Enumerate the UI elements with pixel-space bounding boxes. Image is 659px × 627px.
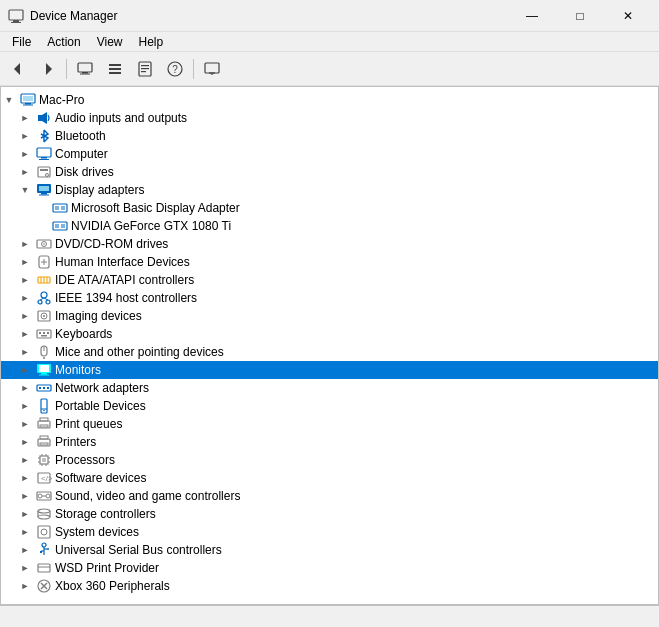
tree-item-20[interactable]: ► Storage controllers <box>1 505 658 523</box>
tree-item-23[interactable]: ► WSD Print Provider <box>1 559 658 577</box>
tree-item-15[interactable]: ► Print queues <box>1 415 658 433</box>
node-icon-6 <box>36 254 52 270</box>
tree-item-13[interactable]: ► Network adapters <box>1 379 658 397</box>
expand-btn-12[interactable]: ► <box>17 362 33 378</box>
monitor-button[interactable] <box>198 55 226 83</box>
tree-item-4[interactable]: ▼ Display adapters <box>1 181 658 199</box>
maximize-button[interactable]: □ <box>557 0 603 32</box>
tree-item-5[interactable]: ► DVD/CD-ROM drives <box>1 235 658 253</box>
close-button[interactable]: ✕ <box>605 0 651 32</box>
node-label-5: DVD/CD-ROM drives <box>55 235 168 253</box>
expand-btn-7[interactable]: ► <box>17 272 33 288</box>
list-view-button[interactable] <box>101 55 129 83</box>
expand-btn-9[interactable]: ► <box>17 308 33 324</box>
tree-item-12[interactable]: ► Monitors <box>1 361 658 379</box>
tree-item-10[interactable]: ► Keyboards <box>1 325 658 343</box>
tree-item-8[interactable]: ► IEEE 1394 host controllers <box>1 289 658 307</box>
tree-item-7[interactable]: ► IDE ATA/ATAPI controllers <box>1 271 658 289</box>
node-label-16: Printers <box>55 433 96 451</box>
tree-item-16[interactable]: ► Printers <box>1 433 658 451</box>
svg-rect-26 <box>37 148 51 157</box>
expand-btn-14[interactable]: ► <box>17 398 33 414</box>
tree-item-11[interactable]: ► Mice and other pointing devices <box>1 343 658 361</box>
svg-point-31 <box>46 174 49 177</box>
menu-file[interactable]: File <box>4 33 39 51</box>
window-title: Device Manager <box>30 9 509 23</box>
expand-btn-16[interactable]: ► <box>17 434 33 450</box>
svg-marker-4 <box>46 63 52 75</box>
node-icon-0 <box>36 110 52 126</box>
help-button[interactable]: ? <box>161 55 189 83</box>
svg-rect-27 <box>41 157 47 159</box>
node-icon-24 <box>36 578 52 594</box>
tree-item-24[interactable]: ► Xbox 360 Peripherals <box>1 577 658 595</box>
expand-btn-2[interactable]: ► <box>17 146 33 162</box>
tree-item-2[interactable]: ► Computer <box>1 145 658 163</box>
tree-item-1[interactable]: ► Bluetooth <box>1 127 658 145</box>
title-bar: Device Manager — □ ✕ <box>0 0 659 32</box>
svg-rect-35 <box>39 195 49 196</box>
expand-btn-8[interactable]: ► <box>17 290 33 306</box>
expand-btn-10[interactable]: ► <box>17 326 33 342</box>
menu-help[interactable]: Help <box>131 33 172 51</box>
toolbar-sep-2 <box>193 59 194 79</box>
tree-item-3[interactable]: ► Disk drives <box>1 163 658 181</box>
svg-rect-22 <box>25 103 31 105</box>
forward-button[interactable] <box>34 55 62 83</box>
svg-rect-33 <box>39 186 49 191</box>
svg-rect-17 <box>205 63 219 73</box>
node-icon-22 <box>36 542 52 558</box>
expand-btn-19[interactable]: ► <box>17 488 33 504</box>
tree-item-9[interactable]: ► Imaging devices <box>1 307 658 325</box>
node-icon-3 <box>36 164 52 180</box>
device-tree[interactable]: ▼ Mac-Pro ► Audio inputs and outputs ► B… <box>1 87 658 604</box>
svg-marker-25 <box>42 112 47 124</box>
expand-btn-24[interactable]: ► <box>17 578 33 594</box>
tree-item-22[interactable]: ► Universal Serial Bus controllers <box>1 541 658 559</box>
svg-point-101 <box>38 509 50 513</box>
expand-btn-13[interactable]: ► <box>17 380 33 396</box>
tree-item-21[interactable]: ► System devices <box>1 523 658 541</box>
svg-point-44 <box>43 243 45 245</box>
minimize-button[interactable]: — <box>509 0 555 32</box>
node-label-2: Computer <box>55 145 108 163</box>
expand-btn-22[interactable]: ► <box>17 542 33 558</box>
svg-rect-8 <box>109 64 121 66</box>
expand-btn-21[interactable]: ► <box>17 524 33 540</box>
tree-item-14[interactable]: ► Portable Devices <box>1 397 658 415</box>
svg-rect-69 <box>39 366 49 372</box>
tree-item-6[interactable]: ► Human Interface Devices <box>1 253 658 271</box>
tree-subitem-4-0[interactable]: Microsoft Basic Display Adapter <box>1 199 658 217</box>
expand-btn-15[interactable]: ► <box>17 416 33 432</box>
expand-btn-1[interactable]: ► <box>17 128 33 144</box>
svg-rect-23 <box>23 105 33 106</box>
expand-btn-0[interactable]: ► <box>17 110 33 126</box>
menu-view[interactable]: View <box>89 33 131 51</box>
menu-bar: File Action View Help <box>0 32 659 52</box>
expand-btn-18[interactable]: ► <box>17 470 33 486</box>
tree-root[interactable]: ▼ Mac-Pro <box>1 91 658 109</box>
tree-subitem-4-1[interactable]: NVIDIA GeForce GTX 1080 Ti <box>1 217 658 235</box>
expand-btn-20[interactable]: ► <box>17 506 33 522</box>
svg-rect-9 <box>109 68 121 70</box>
expand-btn-11[interactable]: ► <box>17 344 33 360</box>
tree-item-18[interactable]: ► </> Software devices <box>1 469 658 487</box>
svg-rect-14 <box>141 71 146 72</box>
tree-item-0[interactable]: ► Audio inputs and outputs <box>1 109 658 127</box>
tree-item-19[interactable]: ► Sound, video and game controllers <box>1 487 658 505</box>
expand-btn-23[interactable]: ► <box>17 560 33 576</box>
expand-btn-3[interactable]: ► <box>17 164 33 180</box>
menu-action[interactable]: Action <box>39 33 88 51</box>
properties-button[interactable] <box>131 55 159 83</box>
expand-btn-17[interactable]: ► <box>17 452 33 468</box>
svg-rect-86 <box>42 458 46 462</box>
root-expand-btn[interactable]: ▼ <box>1 92 17 108</box>
back-button[interactable] <box>4 55 32 83</box>
expand-btn-6[interactable]: ► <box>17 254 33 270</box>
expand-btn-5[interactable]: ► <box>17 236 33 252</box>
tree-item-17[interactable]: ► Processors <box>1 451 658 469</box>
status-bar <box>0 605 659 627</box>
computer-view-button[interactable] <box>71 55 99 83</box>
expand-btn-4[interactable]: ▼ <box>17 182 33 198</box>
svg-point-53 <box>38 300 42 304</box>
